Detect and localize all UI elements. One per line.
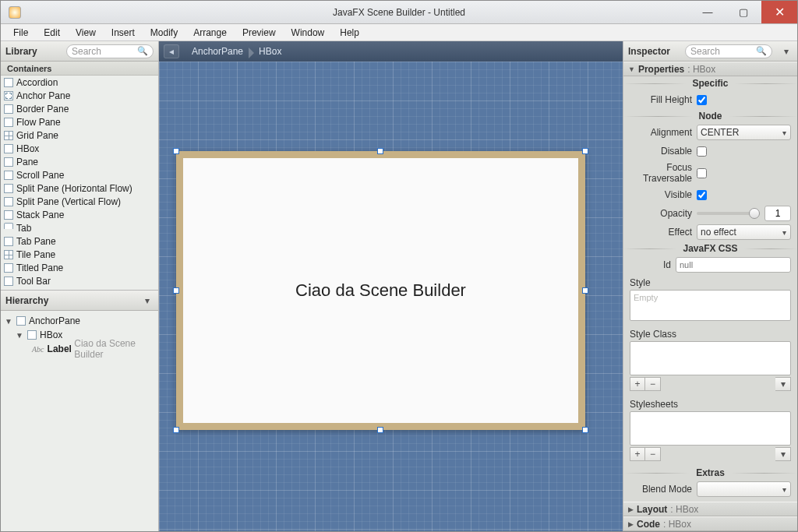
resize-handle-w[interactable] — [173, 287, 179, 294]
disclosure-icon: ▶ — [628, 506, 634, 513]
prop-blendmode-combo[interactable] — [697, 481, 791, 497]
group-specific: Specific — [686, 78, 734, 89]
menu-modify[interactable]: Modify — [144, 26, 184, 40]
lib-border-pane[interactable]: Border Pane — [1, 102, 158, 115]
prop-opacity-value[interactable]: 1 — [764, 206, 791, 221]
prop-stylesheets-list[interactable] — [630, 411, 791, 446]
lib-accordion[interactable]: Accordion — [1, 76, 158, 89]
prop-focus-traversable-checkbox[interactable] — [697, 168, 707, 178]
lib-stack-pane[interactable]: Stack Pane — [1, 208, 158, 221]
accordion-properties[interactable]: ▼ Properties : HBox — [623, 62, 797, 76]
prop-fill-height-checkbox[interactable] — [697, 95, 707, 105]
chevron-down-icon[interactable]: ▾ — [780, 46, 793, 57]
menu-view[interactable]: View — [69, 26, 102, 40]
resize-handle-nw[interactable] — [173, 148, 179, 154]
canvas[interactable]: Ciao da Scene Builder — [159, 62, 623, 531]
window-title: JavaFX Scene Builder - Untitled — [1, 7, 797, 18]
prop-effect-combo[interactable]: no effect — [697, 224, 791, 240]
menu-help[interactable]: Help — [334, 26, 365, 40]
menu-arrange[interactable]: Arrange — [187, 26, 233, 40]
anchor-pane-icon — [16, 316, 26, 326]
library-section-containers: Containers — [1, 62, 158, 76]
prop-focus-traversable-label: Focus Traversable — [627, 162, 697, 184]
styleclass-menu-button[interactable]: ▾ — [775, 377, 791, 391]
library-list[interactable]: Accordion Anchor Pane Border Pane Flow P… — [1, 76, 158, 290]
library-header: Library Search 🔍 — [1, 41, 158, 62]
inspector-header: Inspector Search 🔍 ▾ — [623, 41, 797, 62]
lib-hbox[interactable]: HBox — [1, 142, 158, 155]
resize-handle-e[interactable] — [582, 287, 588, 294]
slider-thumb[interactable] — [749, 208, 760, 219]
hierarchy-title: Hierarchy — [5, 295, 48, 306]
lib-split-pane-h[interactable]: Split Pane (Horizontal Flow) — [1, 181, 158, 195]
resize-handle-s[interactable] — [377, 427, 383, 433]
lib-tab-pane[interactable]: Tab Pane — [1, 234, 158, 248]
prop-style-label: Style — [623, 274, 797, 290]
resize-handle-ne[interactable] — [582, 148, 588, 154]
breadcrumb-back[interactable]: ◂ — [164, 44, 179, 58]
hierarchy-tree[interactable]: ▼ AnchorPane ▼ HBox Abc Label Ciao da Sc… — [1, 311, 158, 531]
accordion-code[interactable]: ▶ Code : HBox — [623, 516, 797, 531]
tree-label-type: Label — [48, 344, 72, 354]
lib-tile-pane[interactable]: Tile Pane — [1, 248, 158, 261]
selected-hbox[interactable]: Ciao da Scene Builder — [176, 151, 585, 430]
resize-handle-sw[interactable] — [173, 427, 179, 433]
lib-anchor-pane[interactable]: Anchor Pane — [1, 89, 158, 102]
disclosure-icon[interactable]: ▼ — [15, 331, 24, 340]
breadcrumb: ◂ AnchorPane HBox — [159, 41, 623, 62]
inspector-body[interactable]: Specific Fill Height Node Alignment CENT… — [623, 76, 797, 502]
chevron-down-icon[interactable]: ▾ — [141, 295, 154, 306]
breadcrumb-hbox[interactable]: HBox — [251, 46, 289, 57]
lib-pane[interactable]: Pane — [1, 155, 158, 168]
tree-label: HBox — [40, 329, 62, 340]
lib-tab[interactable]: Tab — [1, 221, 158, 234]
tree-label-text: Ciao da Scene Builder — [74, 338, 158, 360]
abc-icon: Abc — [32, 345, 44, 354]
inspector-search-placeholder: Search — [690, 46, 720, 57]
menu-insert[interactable]: Insert — [105, 26, 141, 40]
lib-grid-pane[interactable]: Grid Pane — [1, 129, 158, 142]
prop-visible-checkbox[interactable] — [697, 190, 707, 200]
resize-handle-se[interactable] — [582, 427, 588, 433]
prop-styleclass-label: Style Class — [623, 326, 797, 341]
prop-styleclass-list[interactable] — [630, 341, 791, 375]
menu-file[interactable]: File — [7, 26, 34, 40]
artboard-content[interactable]: Ciao da Scene Builder — [183, 158, 578, 423]
tree-label-node[interactable]: Abc Label Ciao da Scene Builder — [1, 342, 158, 356]
resize-handle-n[interactable] — [377, 148, 383, 154]
menu-preview[interactable]: Preview — [236, 26, 282, 40]
inspector-search[interactable]: Search 🔍 — [685, 44, 772, 58]
accordion-label: Layout — [637, 504, 667, 515]
stylesheets-remove-button[interactable]: − — [645, 447, 661, 461]
lib-flow-pane[interactable]: Flow Pane — [1, 115, 158, 129]
library-search[interactable]: Search 🔍 — [66, 44, 154, 58]
disclosure-icon[interactable]: ▼ — [4, 317, 13, 326]
breadcrumb-anchorpane[interactable]: AnchorPane — [184, 46, 251, 57]
styleclass-remove-button[interactable]: − — [645, 377, 661, 391]
titlebar: JavaFX Scene Builder - Untitled — ▢ ✕ — [1, 1, 797, 24]
stylesheets-add-button[interactable]: + — [630, 447, 645, 461]
menu-edit[interactable]: Edit — [37, 26, 66, 40]
lib-tool-bar[interactable]: Tool Bar — [1, 274, 158, 287]
disclosure-icon: ▼ — [628, 65, 635, 73]
canvas-label[interactable]: Ciao da Scene Builder — [295, 280, 466, 301]
prop-disable-checkbox[interactable] — [697, 146, 707, 157]
group-javafx-css: JavaFX CSS — [676, 243, 743, 254]
tree-label: AnchorPane — [29, 315, 80, 326]
stylesheets-menu-button[interactable]: ▾ — [775, 447, 791, 461]
disclosure-icon: ▶ — [628, 520, 634, 528]
prop-style-input[interactable]: Empty — [630, 290, 791, 321]
lib-titled-pane[interactable]: Titled Pane — [1, 261, 158, 274]
lib-scroll-pane[interactable]: Scroll Pane — [1, 168, 158, 181]
library-search-placeholder: Search — [72, 46, 101, 57]
menu-window[interactable]: Window — [285, 26, 331, 40]
lib-split-pane-v[interactable]: Split Pane (Vertical Flow) — [1, 195, 158, 208]
prop-id-input[interactable] — [676, 257, 791, 273]
accordion-layout[interactable]: ▶ Layout : HBox — [623, 502, 797, 516]
tree-anchorpane[interactable]: ▼ AnchorPane — [1, 314, 158, 328]
styleclass-add-button[interactable]: + — [630, 377, 645, 391]
prop-opacity-slider[interactable] — [697, 212, 760, 215]
prop-alignment-combo[interactable]: CENTER — [697, 125, 791, 140]
prop-alignment-label: Alignment — [627, 127, 697, 138]
accordion-label: Properties — [638, 64, 684, 75]
